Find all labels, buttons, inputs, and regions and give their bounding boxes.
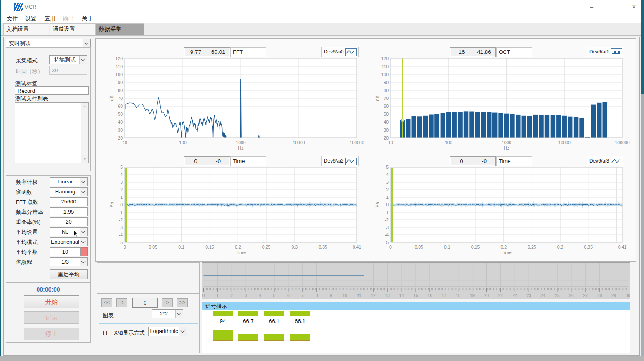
window-function-label: 窗函数	[16, 188, 32, 196]
signal-level-bar	[290, 311, 310, 316]
tab-data-acquisition[interactable]: 数据采集	[96, 23, 144, 35]
signal-level-bar	[213, 311, 233, 316]
signal-value: 66.1	[290, 318, 310, 324]
menu-bar	[1, 13, 643, 23]
test-mode-select[interactable]: 实时测试	[6, 39, 91, 48]
fft-channel-legend[interactable]: Dev6/ai0	[321, 47, 359, 57]
test-file-list[interactable]: ▲ ▼	[15, 102, 89, 163]
chevron-down-icon[interactable]	[175, 310, 183, 318]
menu-application[interactable]: 应用	[44, 15, 56, 23]
line-series-icon	[345, 48, 357, 56]
average-mode-label: 平均模式	[16, 239, 38, 246]
maximize-button[interactable]	[611, 5, 616, 10]
average-mode-select[interactable]: Exponential	[50, 237, 88, 246]
prev-page-button[interactable]: <	[116, 298, 127, 307]
chevron-down-icon[interactable]	[80, 258, 87, 266]
signal-level-bar	[264, 311, 284, 316]
divider	[99, 323, 198, 324]
elapsed-timer: 00:00:00	[6, 286, 91, 293]
divider	[9, 78, 87, 78]
close-button[interactable]: ×	[628, 3, 640, 11]
scroll-up-icon[interactable]: ▲	[81, 103, 88, 110]
freq-resolution-label: 频率分辨率	[16, 208, 43, 216]
fft-cursor-readout: 9.77 60.01	[184, 47, 230, 57]
average-count-label: 平均个数	[16, 249, 38, 256]
average-count-input[interactable]: 10	[50, 247, 81, 256]
oct-type-box[interactable]: OCT	[496, 47, 532, 57]
chevron-down-icon[interactable]	[80, 238, 87, 246]
window-bottom-edge	[0, 356, 644, 361]
time2-cursor-readout: 0 -0	[184, 156, 230, 166]
average-setting-label: 平均设置	[16, 229, 38, 236]
fft-points-label: FFT 点数	[16, 198, 38, 206]
signal-indicator-panel: 信号指示	[202, 302, 630, 353]
signal-level-bar	[290, 334, 310, 341]
octave-fraction-select[interactable]: 1/3	[50, 257, 88, 266]
menu-file[interactable]: 文件	[7, 15, 18, 23]
menu-output: 输出	[63, 15, 74, 23]
file-list-label: 测试文件列表	[15, 95, 48, 102]
minimize-button[interactable]: –	[586, 3, 598, 11]
overlap-label: 重叠率(%)	[16, 219, 40, 226]
time2-channel-legend[interactable]: Dev6/ai2	[321, 156, 359, 166]
scrollbar[interactable]: ▲ ▼	[81, 103, 88, 163]
window-border	[641, 0, 644, 94]
chevron-down-icon[interactable]	[80, 228, 87, 236]
fft-axis-mode-select[interactable]: Logarithmic	[148, 327, 187, 336]
chevron-down-icon[interactable]	[79, 56, 87, 64]
time3-channel-legend[interactable]: Dev6/ai3	[587, 156, 624, 166]
signal-value: 94	[213, 318, 233, 324]
fft-axis-mode-label: FFT X轴显示方式	[103, 329, 145, 337]
last-page-button[interactable]: >>	[177, 298, 188, 307]
oct-cursor-readout: 16 41.86	[450, 47, 496, 57]
scroll-down-icon[interactable]: ▼	[81, 155, 88, 163]
signal-value: 66.7	[238, 318, 258, 324]
average-count-indicator	[81, 247, 88, 256]
restart-average-button[interactable]: 重启平均	[50, 269, 88, 279]
time3-type-box[interactable]: Time	[496, 156, 532, 166]
acq-mode-label: 采集模式	[16, 57, 38, 64]
tab-document-settings[interactable]: 文档设置	[3, 23, 49, 35]
signal-level-bar	[238, 334, 258, 341]
freq-resolution-input[interactable]: 1.95	[50, 207, 88, 216]
chevron-down-icon[interactable]	[179, 327, 187, 336]
page-number-input[interactable]: 0	[132, 298, 158, 308]
window-border	[0, 0, 644, 0]
menu-about[interactable]: 关于	[82, 15, 93, 23]
signal-level-bar	[264, 334, 284, 341]
chart-layout-select[interactable]: 2*2	[152, 309, 183, 318]
signal-indicator-title: 信号指示	[202, 302, 630, 310]
time2-type-box[interactable]: Time	[230, 156, 266, 166]
chart-panel	[95, 38, 636, 262]
test-label-input[interactable]: Record	[15, 86, 89, 95]
window-border	[0, 0, 1, 356]
tab-channel-settings[interactable]: 通道设置	[50, 23, 96, 35]
next-page-button[interactable]: >	[162, 298, 173, 307]
first-page-button[interactable]: <<	[101, 298, 112, 307]
mouse-cursor	[73, 230, 79, 238]
fft-points-input[interactable]: 25600	[50, 197, 88, 206]
overlap-input[interactable]: 20	[50, 217, 88, 226]
bar-series-icon	[611, 48, 622, 56]
window-function-select[interactable]: Hanning	[50, 187, 88, 196]
freq-weighting-select[interactable]: Linear	[50, 177, 88, 186]
time3-cursor-readout: 0 -0	[450, 156, 496, 166]
start-button[interactable]: 开始	[24, 295, 79, 308]
chevron-down-icon[interactable]	[83, 39, 90, 47]
signal-level-bar	[238, 311, 258, 316]
chevron-down-icon[interactable]	[80, 178, 87, 186]
average-setting-select[interactable]: No	[50, 227, 88, 236]
oct-channel-legend[interactable]: Dev6/ai1	[587, 47, 624, 57]
fft-type-box[interactable]: FFT	[230, 47, 266, 57]
chevron-down-icon[interactable]	[80, 188, 87, 196]
stop-button: 停止	[24, 328, 79, 340]
acq-mode-select[interactable]: 持续测试	[49, 55, 87, 64]
empty-box	[97, 262, 200, 294]
chart-layout-label: 图表	[103, 312, 114, 319]
time-input: 30	[49, 66, 87, 75]
signal-value: 66.1	[264, 318, 284, 324]
menu-settings[interactable]: 设置	[25, 15, 36, 23]
title-bar	[0, 0, 644, 13]
app-icon	[14, 3, 23, 11]
time-label: 时间（秒）	[16, 68, 43, 75]
